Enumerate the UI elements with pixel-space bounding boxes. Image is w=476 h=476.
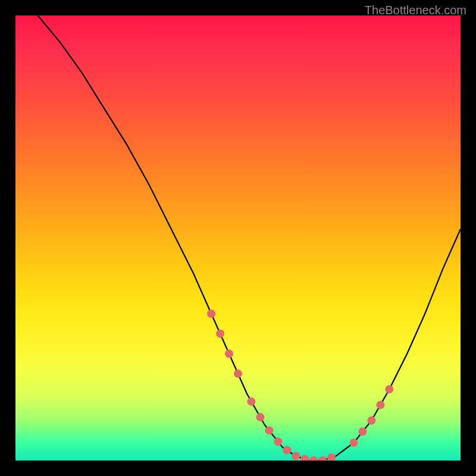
curve-layer — [15, 15, 461, 461]
curve-marker — [256, 413, 264, 421]
curve-marker — [309, 456, 318, 461]
curve-marker — [350, 439, 358, 447]
curve-marker — [300, 455, 309, 461]
curve-marker — [292, 452, 300, 461]
curve-marker — [247, 397, 255, 406]
watermark-text: TheBottleneck.com — [365, 4, 466, 17]
curve-marker — [283, 446, 291, 455]
curve-marker — [225, 350, 233, 358]
curve-marker — [216, 330, 224, 338]
curve-marker — [265, 427, 273, 435]
curve-marker — [207, 309, 215, 318]
marker-group — [207, 309, 393, 461]
curve-marker — [358, 427, 367, 436]
curve-marker — [385, 385, 393, 393]
curve-marker — [318, 456, 327, 461]
curve-marker — [274, 437, 282, 446]
curve-marker — [367, 416, 375, 425]
bottleneck-curve — [15, 15, 461, 461]
curve-marker — [327, 453, 336, 461]
plot-area — [15, 15, 461, 461]
curve-marker — [376, 401, 384, 409]
curve-marker — [234, 369, 242, 378]
